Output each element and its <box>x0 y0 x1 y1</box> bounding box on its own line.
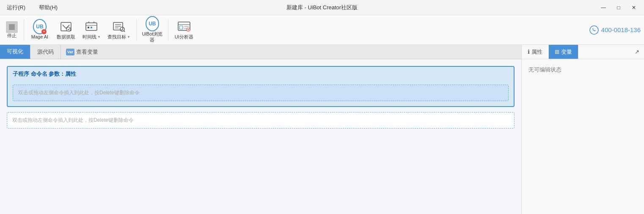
properties-label: 属性 <box>531 48 542 56</box>
tab-visual[interactable]: 可视化 <box>0 45 30 59</box>
find-target-icon <box>112 20 126 33</box>
ui-analyzer-label: UI分析器 <box>175 34 193 40</box>
close-button[interactable]: ✕ <box>628 3 640 13</box>
stop-button[interactable]: 停止 <box>3 18 20 42</box>
editor-tab-bar: 可视化 源代码 Var 查看变量 <box>0 45 521 59</box>
ui-analyzer-icon <box>177 20 191 33</box>
timeline-label: 时间线 <box>83 34 96 40</box>
drop-zone-inner[interactable]: 双击或拖动左侧命令插入到此处，按Delete键删除命令 <box>13 85 509 101</box>
find-target-label-row: 查找目标 ▼ <box>107 34 130 40</box>
var-icon: Var <box>66 49 74 55</box>
ub-badge: + <box>41 29 47 34</box>
view-var-label: 查看变量 <box>76 48 98 56</box>
stop-label: 停止 <box>7 33 17 38</box>
variables-icon: ⊞ <box>555 49 559 55</box>
drop-zone-outer[interactable]: 双击或拖动左侧命令插入到此处，按Delete键删除命令 <box>7 112 515 129</box>
menu-run[interactable]: 运行(R) <box>4 3 28 12</box>
timeline-label-row: 时间线 ▼ <box>83 34 101 40</box>
data-capture-icon <box>59 20 73 33</box>
tab-view-var[interactable]: Var 查看变量 <box>61 45 103 59</box>
tab-properties[interactable]: ℹ 属性 <box>522 45 549 59</box>
window-controls: — □ ✕ <box>597 3 640 13</box>
ub-logo: UB + <box>33 19 47 34</box>
find-target-label: 查找目标 <box>107 34 126 40</box>
titlebar-menu: 运行(R) 帮助(H) <box>4 3 60 12</box>
find-target-button[interactable]: 查找目标 ▼ <box>105 18 133 42</box>
maximize-button[interactable]: □ <box>613 3 625 13</box>
toolbar-separator-2 <box>136 19 137 41</box>
mage-ai-button[interactable]: UB + Mage AI <box>28 18 52 42</box>
toolbar: 停止 UB + Mage AI 数据抓取 <box>0 15 644 45</box>
window-title: 新建库 - UiBot Creator社区版 <box>286 4 358 11</box>
main-area: 可视化 源代码 Var 查看变量 子程序 命令名 参数：属性 双击或拖动左侧命令… <box>0 45 644 214</box>
expand-button[interactable]: ↗ <box>630 45 644 59</box>
subprocess-block: 子程序 命令名 参数：属性 双击或拖动左侧命令插入到此处，按Delete键删除命… <box>7 66 515 107</box>
svg-rect-16 <box>179 26 183 29</box>
ub-browser-logo: UB <box>146 16 159 31</box>
right-content: 无可编辑状态 <box>522 59 644 80</box>
tab-variables[interactable]: ⊞ 变量 <box>549 45 578 59</box>
find-target-dropdown-arrow: ▼ <box>127 35 130 39</box>
mage-ai-label: Mage AI <box>31 34 48 40</box>
uibot-browser-label: UiBot浏览器 <box>141 31 164 42</box>
svg-line-13 <box>124 30 125 32</box>
uibot-browser-icon: UB <box>146 17 159 30</box>
right-panel: ℹ 属性 ⊞ 变量 ↗ 无可编辑状态 <box>521 45 644 214</box>
titlebar: 运行(R) 帮助(H) 新建库 - UiBot Creator社区版 — □ ✕ <box>0 0 644 15</box>
svg-point-22 <box>590 26 598 34</box>
menu-help[interactable]: 帮助(H) <box>36 3 60 12</box>
svg-rect-17 <box>184 26 189 27</box>
subprocess-body: 双击或拖动左侧命令插入到此处，按Delete键删除命令 <box>8 81 514 106</box>
svg-rect-7 <box>91 27 92 28</box>
toolbar-separator-1 <box>24 19 24 41</box>
svg-point-1 <box>66 27 71 31</box>
toolbar-separator-3 <box>168 19 168 41</box>
phone-area: 400-0018-136 <box>589 25 641 35</box>
expand-icon: ↗ <box>635 49 639 55</box>
svg-rect-6 <box>88 27 89 28</box>
timeline-button[interactable]: 时间线 ▼ <box>80 18 103 42</box>
editor-area: 可视化 源代码 Var 查看变量 子程序 命令名 参数：属性 双击或拖动左侧命令… <box>0 45 521 214</box>
data-capture-button[interactable]: 数据抓取 <box>54 18 78 42</box>
variables-label: 变量 <box>561 48 572 56</box>
no-edit-status: 无可编辑状态 <box>528 66 561 73</box>
phone-icon <box>589 25 599 35</box>
stop-square <box>9 24 15 30</box>
stop-icon <box>6 21 18 33</box>
data-capture-label: 数据抓取 <box>57 34 75 40</box>
properties-icon: ℹ <box>528 49 530 55</box>
subprocess-header[interactable]: 子程序 命令名 参数：属性 <box>8 67 514 81</box>
right-tab-bar: ℹ 属性 ⊞ 变量 ↗ <box>522 45 644 59</box>
timeline-dropdown-arrow: ▼ <box>97 35 101 39</box>
uibot-browser-button[interactable]: UB UiBot浏览器 <box>140 18 165 42</box>
tab-source[interactable]: 源代码 <box>30 45 61 59</box>
editor-canvas[interactable]: 子程序 命令名 参数：属性 双击或拖动左侧命令插入到此处，按Delete键删除命… <box>0 59 521 214</box>
mage-ai-icon: UB + <box>33 20 47 33</box>
phone-number: 400-0018-136 <box>601 26 641 33</box>
ui-analyzer-button[interactable]: UI分析器 <box>172 18 196 42</box>
minimize-button[interactable]: — <box>597 3 609 13</box>
timeline-icon <box>85 20 98 33</box>
